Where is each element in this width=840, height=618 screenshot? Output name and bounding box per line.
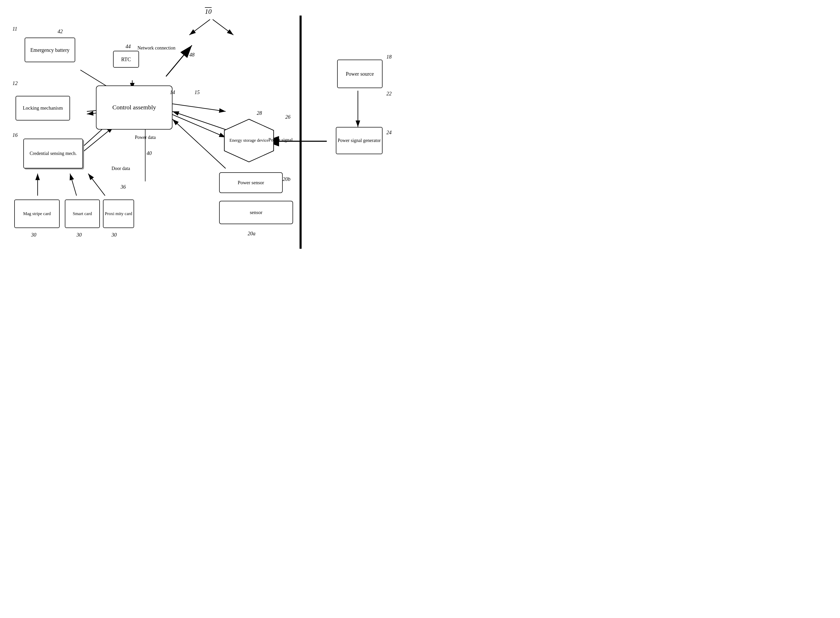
ref-30c: 30 <box>112 232 117 238</box>
locking-mechanism-box: Locking mechanism <box>16 96 70 120</box>
sensor-box: sensor <box>219 201 293 224</box>
power-signal-generator-label: Power signal generator <box>338 138 381 144</box>
power-sensor-label: Power sensor <box>238 180 264 186</box>
ref-15: 15 <box>195 89 200 95</box>
ref-36: 36 <box>121 184 126 190</box>
svg-line-16 <box>70 174 76 196</box>
smart-card-box: Smart card <box>65 199 100 228</box>
power-source-label: Power source <box>346 70 374 77</box>
ref-48: 48 <box>189 52 195 58</box>
ref-28: 28 <box>257 110 262 116</box>
power-data-label: Power data <box>135 135 156 140</box>
proximity-card-box: Proxi mity card <box>103 199 134 228</box>
power-signal-label: Power signal <box>268 137 293 143</box>
ref-10: 10 <box>205 8 211 16</box>
power-source-box: Power source <box>337 59 383 88</box>
ref-24: 24 <box>386 129 392 135</box>
emergency-battery-label: Emergency battery <box>30 47 70 53</box>
ref-14: 14 <box>170 89 175 95</box>
svg-line-11 <box>171 114 226 137</box>
credential-sensing-box: Credential sensing mech. <box>23 139 83 168</box>
ref-40: 40 <box>146 150 152 156</box>
ref-12: 12 <box>12 80 18 86</box>
energy-storage-hexagon: Energy storage device <box>223 118 275 163</box>
ref-26: 26 <box>285 114 290 120</box>
svg-line-17 <box>88 174 105 196</box>
svg-line-3 <box>189 19 210 35</box>
diagram: 10 11 42 Emergency battery 44 RTC Networ… <box>0 0 420 309</box>
power-signal-generator-box: Power signal generator <box>336 127 383 154</box>
control-assembly-box: Control assembly <box>96 86 173 129</box>
ref-16: 16 <box>12 132 18 138</box>
smart-card-label: Smart card <box>73 211 92 217</box>
svg-line-12 <box>171 104 226 111</box>
svg-line-4 <box>213 19 234 35</box>
credential-sensing-label: Credential sensing mech. <box>30 150 76 156</box>
door-data-label: Door data <box>112 166 130 171</box>
door-data-text: Door data <box>112 166 130 171</box>
ref-18: 18 <box>386 54 392 60</box>
energy-storage-label: Energy storage device <box>229 138 269 143</box>
mag-stripe-label: Mag stripe card <box>23 211 51 217</box>
network-connection-label: Network connection <box>137 45 175 51</box>
svg-line-14 <box>82 127 113 153</box>
rtc-box: RTC <box>113 51 139 68</box>
emergency-battery-box: Emergency battery <box>25 37 75 62</box>
power-sensor-box: Power sensor <box>219 172 283 193</box>
mag-stripe-box: Mag stripe card <box>14 199 60 228</box>
power-signal-text: Power signal <box>268 137 293 143</box>
sensor-label: sensor <box>250 209 262 216</box>
control-assembly-label: Control assembly <box>112 103 156 111</box>
network-connection-text: Network connection <box>137 45 175 51</box>
ref-30a: 30 <box>31 232 36 238</box>
vertical-line-26 <box>299 16 302 249</box>
svg-line-21 <box>173 119 226 168</box>
svg-line-20 <box>173 111 226 129</box>
power-data-text: Power data <box>135 135 156 140</box>
ref-44: 44 <box>125 43 131 49</box>
ref-20a: 20a <box>248 230 255 236</box>
ref-22: 22 <box>386 91 392 97</box>
ref-42: 42 <box>58 28 63 34</box>
ref-11: 11 <box>12 26 17 32</box>
proximity-card-label: Proxi mity card <box>105 211 132 217</box>
rtc-label: RTC <box>121 56 131 63</box>
locking-mechanism-label: Locking mechanism <box>23 105 63 111</box>
ref-20b: 20b <box>283 176 290 182</box>
ref-30b: 30 <box>76 232 82 238</box>
